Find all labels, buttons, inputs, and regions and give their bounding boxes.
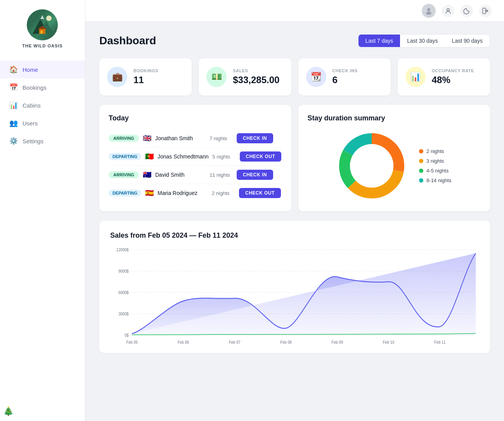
checkin-btn-0[interactable]: CHECK IN [237,133,273,143]
users-icon: 👥 [9,119,18,127]
nav-label-users: Users [23,120,38,127]
today-row-3: DEPARTING 🇪🇸 Maria Rodriguez 2 nights CH… [109,184,282,202]
svg-marker-3 [40,15,44,19]
nav-label-cabins: Cabins [23,102,41,109]
stat-info-sales: SALES $33,285.00 [233,68,279,85]
svg-point-16 [350,144,393,188]
stat-card-checkins: 📆 CHECK INS 6 [298,58,391,96]
stat-cards: 💼 BOOKINGS 11 💵 SALES $33,285.00 📆 CHECK… [99,58,490,96]
sidebar-item-users[interactable]: 👥 Users [0,114,85,132]
sidebar: THE WILD OASIS 🏠 Home 📅 Bookings 📊 Cabin… [0,0,85,421]
topbar [85,0,504,22]
svg-text:Feb 10: Feb 10 [383,340,395,344]
nav-list: 🏠 Home 📅 Bookings 📊 Cabins 👥 Users ⚙️ Se… [0,61,85,150]
stat-info-checkins: CHECK INS 6 [333,68,358,85]
stat-card-bookings: 💼 BOOKINGS 11 [99,58,192,96]
duration-card: Stay duration summary [298,105,490,211]
svg-point-9 [426,12,431,15]
logo-container: THE WILD OASIS [22,9,62,48]
bookings-value: 11 [133,75,158,85]
checkins-value: 6 [333,75,358,85]
bookings-icon: 📅 [9,83,18,92]
guest-name-2: David Smith [155,172,206,178]
svg-text:6000$: 6000$ [118,290,129,295]
bookings-label: BOOKINGS [133,68,158,73]
legend-item-2: 4-5 nights [419,168,451,174]
svg-text:Feb 05: Feb 05 [126,340,138,344]
today-row-2: ARRIVING 🇦🇺 David Smith 11 nights CHECK … [109,166,282,184]
svg-point-10 [447,9,449,11]
today-row-1: DEPARTING 🇵🇹 Jonas Schmedtmann 5 nights … [109,148,282,166]
checkout-btn-3[interactable]: CHECK OUT [239,188,281,198]
svg-rect-6 [41,31,42,34]
page-header: Dashboard Last 7 days Last 30 days Last … [99,34,490,47]
checkin-btn-2[interactable]: CHECK IN [237,170,273,180]
stat-info-occupancy: OCCUPANCY RATE 48% [432,68,474,85]
legend-dot-2 [419,169,423,173]
sidebar-item-cabins[interactable]: 📊 Cabins [0,96,85,114]
flag-2: 🇦🇺 [143,170,151,179]
emoji-decoration: 🎄 [3,406,14,416]
legend-item-0: 2 nights [419,148,451,154]
nav-label-bookings: Bookings [23,84,47,91]
duration-title: Stay duration summary [308,114,481,122]
user-icon[interactable] [442,5,454,17]
guest-name-0: Jonathan Smith [155,135,206,141]
content-area: Dashboard Last 7 days Last 30 days Last … [85,22,504,421]
chart-area: 12000$ 9000$ 6000$ 3000$ 0$ Feb 05 Feb 0… [110,246,479,347]
checkins-label: CHECK INS [333,68,358,73]
middle-row: Today ARRIVING 🇬🇧 Jonathan Smith 7 night… [99,105,490,211]
avatar[interactable] [422,4,436,18]
flag-1: 🇵🇹 [145,152,154,161]
today-row-0: ARRIVING 🇬🇧 Jonathan Smith 7 nights CHEC… [109,129,282,148]
legend-dot-3 [419,178,423,183]
legend-dot-0 [419,149,423,153]
occupancy-label: OCCUPANCY RATE [432,68,474,73]
sidebar-item-home[interactable]: 🏠 Home [0,61,85,78]
legend-item-3: 8-14 nights [419,177,451,183]
svg-text:12000$: 12000$ [116,247,129,252]
guest-name-3: Maria Rodriguez [158,190,208,196]
bookings-stat-icon: 💼 [107,67,127,87]
legend-label-0: 2 nights [426,148,444,154]
today-card: Today ARRIVING 🇬🇧 Jonathan Smith 7 night… [99,105,291,211]
svg-text:Feb 06: Feb 06 [178,340,189,344]
date-btn-90[interactable]: Last 90 days [445,35,490,47]
guest-name-1: Jonas Schmedtmann [158,153,209,160]
donut-legend: 2 nights 3 nights 4-5 nights 8-14 n [419,148,451,183]
app-name: THE WILD OASIS [22,43,62,48]
status-badge-3: DEPARTING [109,190,141,197]
sidebar-item-settings[interactable]: ⚙️ Settings [0,132,85,150]
logo-image [27,9,58,40]
legend-label-2: 4-5 nights [426,168,449,174]
checkins-stat-icon: 📆 [306,67,326,87]
stat-info-bookings: BOOKINGS 11 [133,68,158,85]
svg-text:0$: 0$ [125,333,129,337]
sales-stat-icon: 💵 [206,67,227,87]
svg-text:Feb 11: Feb 11 [434,340,446,344]
moon-icon[interactable] [461,5,473,17]
sidebar-item-bookings[interactable]: 📅 Bookings [0,78,85,96]
svg-text:3000$: 3000$ [118,311,129,316]
svg-text:Feb 08: Feb 08 [280,340,292,344]
date-filter: Last 7 days Last 30 days Last 90 days [358,34,490,47]
checkout-btn-1[interactable]: CHECK OUT [240,151,282,162]
legend-item-1: 3 nights [419,158,451,164]
status-badge-2: ARRIVING [109,171,139,178]
flag-3: 🇪🇸 [145,189,154,197]
sales-card: Sales from Feb 05 2024 — Feb 11 2024 120… [99,221,490,353]
sales-svg: 12000$ 9000$ 6000$ 3000$ 0$ Feb 05 Feb 0… [110,246,479,347]
svg-text:9000$: 9000$ [118,269,129,273]
logout-icon[interactable] [479,5,492,17]
date-btn-7[interactable]: Last 7 days [359,35,400,47]
donut-container: 2 nights 3 nights 4-5 nights 8-14 n [308,129,481,202]
main-content: Dashboard Last 7 days Last 30 days Last … [85,0,504,421]
nights-3: 2 nights [212,190,235,196]
svg-point-8 [427,8,430,11]
occupancy-value: 48% [432,75,474,85]
status-badge-1: DEPARTING [109,153,141,160]
legend-label-1: 3 nights [426,158,444,164]
page-title: Dashboard [99,35,156,47]
donut-chart [337,131,407,201]
date-btn-30[interactable]: Last 30 days [400,35,445,47]
